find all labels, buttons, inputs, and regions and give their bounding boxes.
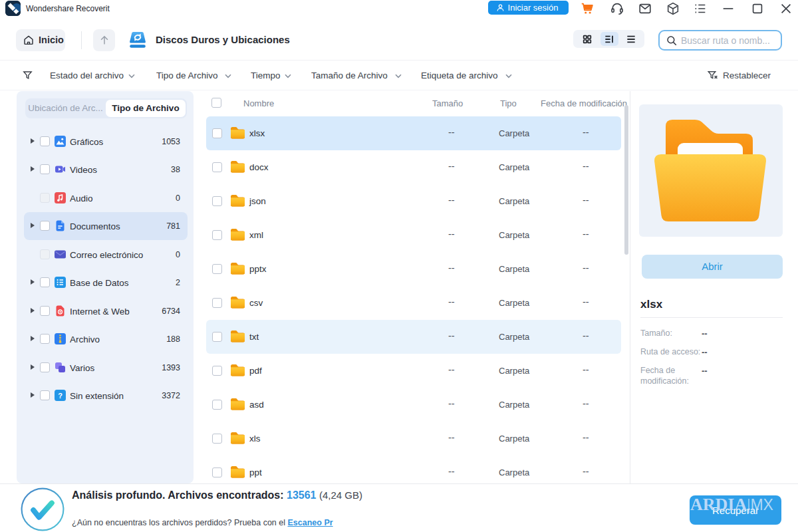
- svg-text:?: ?: [58, 392, 63, 400]
